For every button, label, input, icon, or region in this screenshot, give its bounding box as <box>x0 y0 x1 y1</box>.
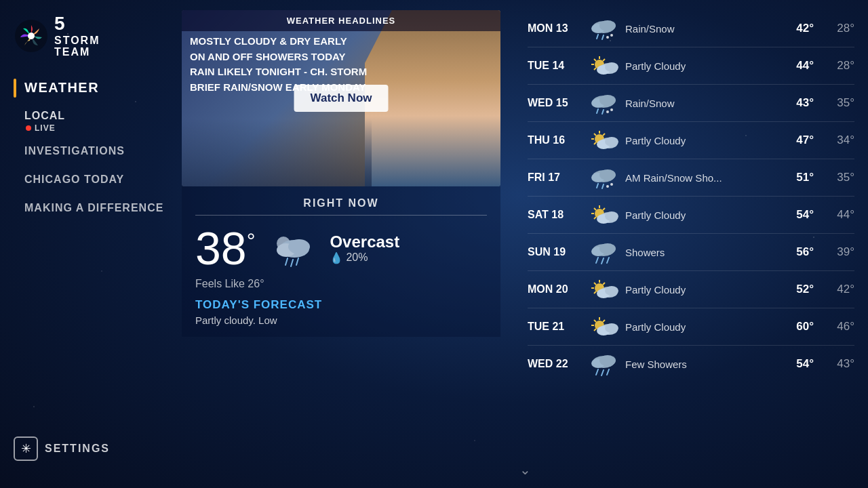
forecast-row[interactable]: FRI 17 AM Rain/Snow Sho...51°35° <box>528 159 854 197</box>
forecast-weather-icon <box>589 165 618 190</box>
svg-point-11 <box>599 20 616 31</box>
forecast-temp-low: 28° <box>821 22 854 35</box>
forecast-condition: Few Showers <box>625 359 773 370</box>
forecast-day: WED 15 <box>528 97 582 109</box>
svg-line-40 <box>594 134 596 136</box>
feels-like: Feels Like 26° <box>195 278 487 290</box>
svg-line-43 <box>594 142 596 144</box>
forecast-day: MON 13 <box>528 22 582 35</box>
svg-point-95 <box>605 323 618 333</box>
forecast-temp-low: 39° <box>821 245 854 259</box>
svg-point-27 <box>605 62 618 72</box>
current-weather-panel: RIGHT NOW 38° <box>182 186 500 337</box>
svg-line-92 <box>594 329 596 331</box>
watch-now-button[interactable]: Watch Now <box>294 85 389 112</box>
live-indicator-dot <box>26 125 31 131</box>
forecast-condition: Partly Cloudy <box>625 60 773 72</box>
forecast-day: SUN 19 <box>528 246 582 258</box>
forecast-row[interactable]: TUE 21 Partly Cloudy60°46° <box>528 308 854 346</box>
nav-local[interactable]: LOCAL LIVE <box>14 110 182 133</box>
condition-text: Overcast <box>330 232 399 251</box>
svg-point-1 <box>28 33 35 39</box>
svg-point-83 <box>605 286 618 296</box>
rain-snow-icon <box>589 91 618 115</box>
rain-snow-icon <box>589 165 618 190</box>
forecast-row[interactable]: SUN 19 Showers56°39° <box>528 234 854 271</box>
forecast-condition: Partly Cloudy <box>625 284 773 296</box>
forecast-row[interactable]: MON 13 Rain/Snow42°28° <box>528 10 854 47</box>
forecast-condition: AM Rain/Snow Sho... <box>625 172 773 184</box>
forecast-temp-low: 42° <box>821 283 854 296</box>
nav-making-difference[interactable]: MAKING A DIFFERENCE <box>14 194 182 222</box>
current-weather-row: 38° <box>195 225 487 271</box>
forecast-condition: Partly Cloudy <box>625 135 773 146</box>
forecast-weather-icon <box>589 314 618 339</box>
settings-button[interactable]: ✳ SETTINGS <box>0 423 182 474</box>
forecast-day: TUE 21 <box>528 321 582 333</box>
showers-icon <box>589 352 618 376</box>
forecast-row[interactable]: MON 20 Partly Cloudy52°42° <box>528 271 854 308</box>
svg-line-13 <box>602 35 604 39</box>
forecast-row[interactable]: SAT 18 Partly Cloudy54°44° <box>528 197 854 234</box>
video-player[interactable]: WEATHER HEADLINES MOSTLY CLOUDY & DRY EA… <box>182 10 500 186</box>
forecast-day: SAT 18 <box>528 209 582 221</box>
svg-line-6 <box>285 258 288 265</box>
svg-line-89 <box>594 320 596 322</box>
svg-point-52 <box>606 185 609 188</box>
partly-cloudy-icon <box>589 277 618 302</box>
forecast-weather-icon <box>589 277 618 302</box>
forecast-weather-icon <box>589 128 618 152</box>
weather-bar-indicator <box>14 79 16 98</box>
forecast-temp-low: 35° <box>821 171 854 184</box>
svg-line-50 <box>597 184 598 188</box>
settings-icon: ✳ <box>14 436 38 461</box>
showers-icon <box>589 240 618 264</box>
svg-point-5 <box>288 239 310 254</box>
svg-line-61 <box>603 208 605 210</box>
nbc-logo-icon <box>14 18 49 54</box>
channel-number: 5 <box>54 14 100 35</box>
svg-point-49 <box>599 169 616 180</box>
forecast-row[interactable]: WED 15 Rain/Snow43°35° <box>528 85 854 122</box>
forecast-weather-icon <box>589 16 618 41</box>
svg-line-32 <box>602 110 604 114</box>
forecast-temp-low: 28° <box>821 59 854 73</box>
condition-area: Overcast 💧 20% <box>330 232 399 264</box>
right-now-header: RIGHT NOW <box>195 197 487 216</box>
nav-local-label: LOCAL <box>24 110 182 122</box>
forecast-panel: MON 13 Rain/Snow42°28°TUE 14 <box>514 10 868 456</box>
svg-line-100 <box>601 370 604 375</box>
forecast-link[interactable]: TODAY'S FORECAST <box>195 298 487 312</box>
nav-weather[interactable]: WEATHER <box>14 79 182 98</box>
main-content: WEATHER HEADLINES MOSTLY CLOUDY & DRY EA… <box>182 0 868 488</box>
forecast-temp-low: 46° <box>821 320 854 333</box>
forecast-temp-high: 52° <box>780 283 814 296</box>
video-headline-banner: WEATHER HEADLINES <box>182 10 500 31</box>
settings-label: SETTINGS <box>45 443 110 455</box>
scroll-down-indicator[interactable]: ⌄ <box>182 456 868 478</box>
overcast-icon <box>269 230 316 267</box>
forecast-temp-high: 47° <box>780 134 814 147</box>
content-row: WEATHER HEADLINES MOSTLY CLOUDY & DRY EA… <box>182 10 868 456</box>
nav-chicago-today[interactable]: CHICAGO TODAY <box>14 165 182 194</box>
svg-point-46 <box>605 137 618 146</box>
svg-point-34 <box>610 108 613 111</box>
partly-cloudy-icon <box>589 203 618 227</box>
svg-line-101 <box>607 369 609 375</box>
svg-line-99 <box>596 369 598 375</box>
svg-line-71 <box>607 258 609 263</box>
forecast-row[interactable]: THU 16 Partly Cloudy47°34° <box>528 122 854 159</box>
svg-line-42 <box>603 134 605 136</box>
forecast-day: MON 20 <box>528 283 582 296</box>
forecast-row[interactable]: WED 22 Few Showers54°43° <box>528 346 854 382</box>
svg-line-31 <box>597 109 598 113</box>
forecast-weather-icon <box>589 240 618 264</box>
storm-label: STORM <box>54 35 100 47</box>
forecast-condition: Rain/Snow <box>625 23 773 35</box>
svg-line-7 <box>291 260 293 266</box>
nav-investigations[interactable]: INVESTIGATIONS <box>14 137 182 165</box>
forecast-day: FRI 17 <box>528 171 582 184</box>
svg-line-79 <box>603 283 605 285</box>
forecast-weather-icon <box>589 352 618 376</box>
forecast-row[interactable]: TUE 14 Partly Cloudy44°28° <box>528 47 854 85</box>
